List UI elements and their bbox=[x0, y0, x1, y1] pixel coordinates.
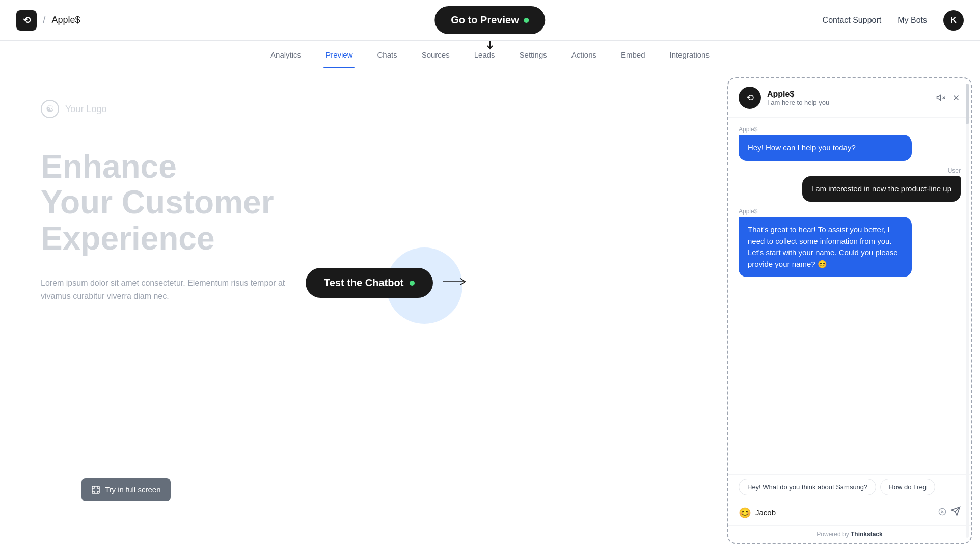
tab-embed[interactable]: Embed bbox=[619, 42, 647, 67]
your-logo-label: Your Logo bbox=[65, 104, 106, 115]
bot-name: Apple$ bbox=[52, 15, 80, 25]
chat-header: ⟲ Apple$ I am here to help you bbox=[728, 78, 971, 118]
logo-area: ⟲ / Apple$ bbox=[16, 10, 80, 31]
message-row-3: Apple$ That's great to hear! To assist y… bbox=[739, 208, 961, 277]
close-chat-button[interactable] bbox=[951, 93, 961, 102]
chat-bot-name: Apple$ bbox=[767, 90, 930, 99]
chat-bot-subtitle: I am here to help you bbox=[767, 99, 930, 106]
try-fullscreen-label: Try in full screen bbox=[105, 485, 160, 494]
message-row-2: User I am interested in new the product-… bbox=[739, 167, 961, 202]
tab-analytics[interactable]: Analytics bbox=[268, 42, 303, 67]
contact-support-link[interactable]: Contact Support bbox=[823, 16, 882, 25]
tab-preview[interactable]: Preview bbox=[323, 42, 355, 67]
tab-actions[interactable]: Actions bbox=[569, 42, 598, 67]
my-bots-link[interactable]: My Bots bbox=[897, 16, 927, 25]
sender-label-1: Apple$ bbox=[739, 126, 961, 133]
test-chatbot-button[interactable]: Test the Chatbot bbox=[306, 268, 433, 298]
hero-line-1: Enhance bbox=[41, 149, 687, 184]
go-to-preview-label: Go to Preview bbox=[451, 14, 519, 26]
app-logo: ⟲ bbox=[16, 10, 37, 31]
message-bubble-2: I am interested in new the product-line … bbox=[802, 176, 961, 202]
quick-reply-1[interactable]: Hey! What do you think about Samsung? bbox=[739, 479, 876, 495]
right-arrow bbox=[443, 275, 469, 288]
quick-reply-2[interactable]: How do I reg bbox=[880, 479, 935, 495]
preview-body-text: Lorem ipsum dolor sit amet consectetur. … bbox=[41, 277, 295, 302]
chat-input-area: 😊 bbox=[728, 500, 971, 525]
powered-by-brand: Thinkstack bbox=[851, 531, 883, 538]
chat-panel: ⟲ Apple$ I am here to help you bbox=[727, 77, 972, 544]
hero-text: Enhance Your Customer Experience bbox=[41, 149, 687, 256]
go-to-preview-button[interactable]: Go to Preview bbox=[434, 6, 545, 34]
tab-integrations[interactable]: Integrations bbox=[668, 42, 712, 67]
powered-by-prefix: Powered by bbox=[816, 531, 851, 538]
user-avatar[interactable]: K bbox=[943, 10, 964, 31]
breadcrumb-slash: / bbox=[43, 14, 46, 26]
send-button[interactable] bbox=[950, 506, 961, 519]
chat-bot-avatar: ⟲ bbox=[739, 87, 761, 109]
message-row-1: Apple$ Hey! How can I help you today? bbox=[739, 126, 961, 161]
sender-label-3: Apple$ bbox=[739, 208, 961, 215]
message-bubble-1: Hey! How can I help you today? bbox=[739, 135, 912, 161]
preview-area: ☯ Your Logo Enhance Your Customer Experi… bbox=[0, 69, 727, 552]
hero-line-2: Your Customer bbox=[41, 184, 687, 220]
arrow-indicator bbox=[485, 41, 495, 51]
clear-icon bbox=[938, 508, 946, 516]
scrollbar-track[interactable] bbox=[966, 84, 969, 538]
quick-replies: Hey! What do you think about Samsung? Ho… bbox=[728, 474, 971, 500]
message-bubble-3: That's great to hear! To assist you bett… bbox=[739, 217, 912, 277]
fullscreen-icon bbox=[92, 486, 100, 494]
chat-input[interactable] bbox=[755, 508, 934, 517]
header-right: Contact Support My Bots K bbox=[823, 10, 964, 31]
send-icon bbox=[950, 506, 961, 516]
mute-button[interactable] bbox=[936, 93, 945, 102]
header: ⟲ / Apple$ Go to Preview Contact Support… bbox=[0, 0, 980, 41]
test-chatbot-label: Test the Chatbot bbox=[324, 277, 403, 289]
close-icon bbox=[951, 93, 961, 102]
your-logo: ☯ Your Logo bbox=[41, 100, 687, 118]
clear-input-button[interactable] bbox=[938, 508, 946, 518]
main-content: ☯ Your Logo Enhance Your Customer Experi… bbox=[0, 69, 980, 552]
scrollbar-thumb[interactable] bbox=[966, 84, 969, 124]
input-emoji: 😊 bbox=[739, 507, 751, 519]
svg-rect-2 bbox=[92, 486, 99, 493]
tab-settings[interactable]: Settings bbox=[518, 42, 549, 67]
chat-header-actions bbox=[936, 93, 961, 102]
logo-placeholder-icon: ☯ bbox=[41, 100, 59, 118]
hero-line-3: Experience bbox=[41, 220, 687, 256]
chat-messages: Apple$ Hey! How can I help you today? Us… bbox=[728, 118, 971, 474]
mute-icon bbox=[936, 93, 945, 102]
test-chatbot-dot bbox=[410, 281, 415, 286]
status-dot bbox=[524, 18, 529, 23]
chat-header-info: Apple$ I am here to help you bbox=[767, 90, 930, 106]
powered-by: Powered by Thinkstack bbox=[728, 525, 971, 543]
tab-chats[interactable]: Chats bbox=[375, 42, 399, 67]
try-fullscreen-button[interactable]: Try in full screen bbox=[81, 478, 171, 501]
sender-label-2: User bbox=[948, 167, 961, 174]
tab-sources[interactable]: Sources bbox=[420, 42, 452, 67]
